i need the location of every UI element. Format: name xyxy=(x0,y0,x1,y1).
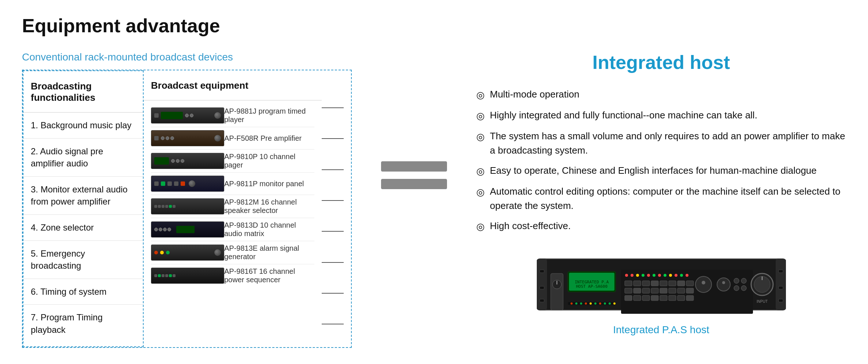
svg-point-72 xyxy=(599,302,601,305)
svg-text:HOST AP-SA600: HOST AP-SA600 xyxy=(576,284,607,289)
rack-btn xyxy=(158,205,161,208)
device-box-2 xyxy=(151,130,224,146)
rack-btn xyxy=(162,205,165,208)
rack-ports xyxy=(161,136,174,140)
feature-6: ◎ High cost-effective. xyxy=(476,216,846,237)
device-box-1 xyxy=(151,107,224,124)
rack-btn xyxy=(162,274,165,277)
page-title: Equipment advantage xyxy=(22,15,846,37)
func-col-header: Broadcasting functionalities xyxy=(23,75,143,113)
rack-btn xyxy=(169,205,172,208)
section-subtitle: Conventional rack-mounted broadcast devi… xyxy=(22,51,352,63)
connector-4 xyxy=(322,190,351,211)
svg-point-25 xyxy=(669,274,672,277)
equip-label-5: AP-9812M 16 channel speaker selector xyxy=(224,198,314,215)
func-item-3: 3. Monitor external audio from power amp… xyxy=(23,177,143,215)
rack-port xyxy=(185,114,189,117)
svg-rect-2 xyxy=(776,259,786,310)
rack-knob xyxy=(189,180,195,187)
svg-rect-30 xyxy=(634,281,641,286)
integrated-host-title: Integrated host xyxy=(476,51,846,73)
rack-ports xyxy=(171,159,184,163)
svg-rect-36 xyxy=(686,281,694,286)
rack-port xyxy=(171,159,175,163)
svg-point-55 xyxy=(717,278,730,291)
equip-label-1: AP-9881J program timed player xyxy=(224,107,314,124)
func-item-1: 1. Background music play xyxy=(23,113,143,139)
svg-point-27 xyxy=(680,274,683,277)
rack-port xyxy=(163,228,167,231)
rack-ports xyxy=(185,114,193,117)
svg-rect-39 xyxy=(642,288,650,293)
rack-btn xyxy=(160,251,164,254)
svg-rect-29 xyxy=(625,281,632,286)
svg-point-73 xyxy=(604,302,606,305)
svg-rect-7 xyxy=(779,286,783,289)
svg-point-68 xyxy=(580,302,582,305)
rack-btn xyxy=(169,274,172,277)
rack-display xyxy=(161,112,183,119)
equip-label-6: AP-9813D 10 channel audio matrix xyxy=(224,221,314,238)
svg-rect-51 xyxy=(677,295,685,301)
svg-rect-43 xyxy=(677,288,685,293)
device-box-7 xyxy=(151,244,224,261)
func-item-7: 7. Program Timing playback xyxy=(23,305,143,342)
svg-point-26 xyxy=(675,274,677,277)
feature-text-2: Highly integrated and fully functional--… xyxy=(490,108,757,122)
feature-4: ◎ Easy to operate, Chinese and English i… xyxy=(476,161,846,181)
equip-item-2: AP-F508R Pre amplifier xyxy=(151,127,314,150)
main-layout: Conventional rack-mounted broadcast devi… xyxy=(22,51,846,348)
svg-point-23 xyxy=(658,274,661,277)
svg-rect-45 xyxy=(625,295,632,301)
rack-btn xyxy=(154,113,159,118)
equals-bar-top xyxy=(381,161,447,172)
rack-btn xyxy=(166,251,170,254)
rack-btn xyxy=(173,205,176,208)
device-box-3 xyxy=(151,153,224,169)
svg-point-56 xyxy=(722,281,725,284)
feature-text-5: Automatic control editing options: compu… xyxy=(490,184,846,213)
circle-icon-1: ◎ xyxy=(476,88,485,102)
svg-point-54 xyxy=(702,281,705,284)
circle-icon-4: ◎ xyxy=(476,164,485,179)
rack-btn xyxy=(174,181,178,186)
svg-rect-8 xyxy=(779,299,783,302)
svg-rect-5 xyxy=(540,299,544,302)
rack-knob xyxy=(214,112,221,119)
svg-point-20 xyxy=(642,274,644,277)
svg-point-28 xyxy=(686,274,688,277)
feature-text-4: Easy to operate, Chinese and English int… xyxy=(490,163,817,178)
svg-rect-52 xyxy=(686,295,694,301)
rack-btn xyxy=(158,274,161,277)
rack-btn xyxy=(173,274,176,277)
rack-port xyxy=(176,159,180,163)
svg-point-22 xyxy=(653,274,655,277)
connector-7 xyxy=(322,283,351,304)
equip-label-4: AP-9811P monitor panel xyxy=(224,180,304,188)
equip-item-7: AP-9813E alarm signal generator xyxy=(151,241,314,264)
equip-item-4: AP-9811P monitor panel xyxy=(151,173,314,195)
equip-col-header: Broadcast equipment xyxy=(144,74,322,100)
circle-icon-3: ◎ xyxy=(476,130,485,144)
func-item-6: 6. Timing of system xyxy=(23,279,143,305)
svg-point-59 xyxy=(741,278,746,283)
rack-knob xyxy=(214,135,221,141)
equip-item-1: AP-9881J program timed player xyxy=(151,104,314,127)
svg-rect-48 xyxy=(651,295,658,301)
feature-text-6: High cost-effective. xyxy=(490,219,571,233)
svg-rect-1 xyxy=(537,259,547,310)
rack-port xyxy=(159,228,162,231)
connector-3 xyxy=(322,159,351,180)
feature-1: ◎ Multi-mode operation xyxy=(476,84,846,105)
equip-label-3: AP-9810P 10 channel pager xyxy=(224,152,314,169)
svg-rect-32 xyxy=(651,281,658,286)
svg-point-69 xyxy=(585,302,587,305)
rack-btn xyxy=(154,274,157,277)
svg-text:INPUT: INPUT xyxy=(757,299,768,304)
rack-btn xyxy=(154,251,158,254)
equip-label-8: AP-9816T 16 channel power sequencer xyxy=(224,267,314,284)
middle-section xyxy=(374,161,454,189)
svg-rect-37 xyxy=(625,288,632,293)
circle-icon-5: ◎ xyxy=(476,185,485,199)
feature-3: ◎ The system has a small volume and only… xyxy=(476,126,846,161)
